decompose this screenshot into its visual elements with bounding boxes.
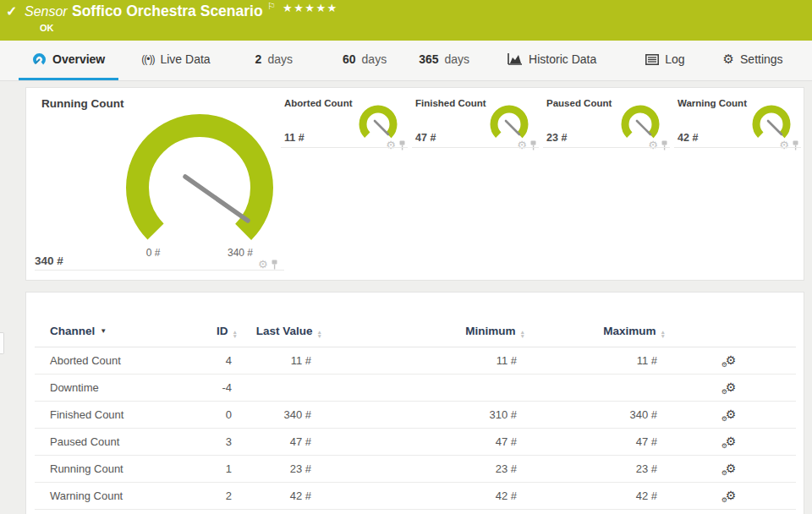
- gauge-tile-warning-count[interactable]: Warning Count 42 # ⚙: [678, 88, 801, 147]
- table-row[interactable]: Aborted Count 4 11 # 11 # 11 # ⚙⚙: [35, 347, 796, 374]
- tab-2-days-number: 2: [255, 52, 262, 66]
- gauge-value: 47 #: [415, 132, 436, 144]
- tab-60-days-number: 60: [343, 52, 356, 66]
- gauge-scale-min: 0 #: [134, 247, 172, 259]
- column-header-maximum[interactable]: Maximum▲▼: [525, 316, 666, 347]
- minimum-cell: 310 #: [322, 401, 525, 428]
- minimum-cell: 42 #: [322, 482, 525, 509]
- tab-365-days-unit: days: [445, 52, 470, 66]
- gauge-value: 340 #: [35, 254, 63, 267]
- tab-historic-data[interactable]: Historic Data: [506, 41, 598, 80]
- column-header-id-label: ID: [217, 325, 228, 337]
- maximum-cell: 23 #: [525, 455, 666, 482]
- log-list-icon: [645, 54, 659, 65]
- last-value-cell: 340 #: [238, 401, 322, 428]
- column-header-id[interactable]: ID▲▼: [204, 316, 238, 347]
- live-data-icon: ((•)): [141, 53, 154, 65]
- tile-divider: [281, 147, 408, 148]
- channel-id-cell: 3: [204, 428, 238, 455]
- column-header-channel[interactable]: Channel▼: [35, 316, 204, 347]
- column-header-channel-label: Channel: [50, 325, 95, 337]
- tab-overview-label: Overview: [52, 52, 105, 66]
- tile-divider: [674, 147, 801, 148]
- minimum-cell: 23 #: [322, 455, 525, 482]
- tab-2-days[interactable]: 2 days: [254, 41, 294, 80]
- channel-settings-gears-icon[interactable]: ⚙⚙: [726, 435, 737, 448]
- gauge-pin-icon[interactable]: [661, 140, 668, 150]
- channel-settings-gears-icon[interactable]: ⚙⚙: [726, 489, 737, 502]
- gauge-settings-gear-icon[interactable]: ⚙: [779, 139, 789, 150]
- gauge-settings-gear-icon[interactable]: ⚙: [258, 259, 268, 270]
- table-row[interactable]: Downtime -4 ⚙⚙: [35, 374, 796, 401]
- tab-log[interactable]: Log: [644, 41, 686, 80]
- gauge-title: Paused Count: [546, 98, 612, 108]
- minimum-cell: 11 #: [322, 347, 525, 374]
- table-row[interactable]: Running Count 1 23 # 23 # 23 # ⚙⚙: [35, 455, 796, 482]
- channel-settings-gears-icon[interactable]: ⚙⚙: [726, 462, 737, 475]
- gauge-value: 42 #: [678, 132, 698, 144]
- table-row[interactable]: Finished Count 0 340 # 310 # 340 # ⚙⚙: [35, 401, 796, 428]
- channel-name-cell: Downtime: [35, 374, 204, 401]
- gauge-title: Aborted Count: [284, 98, 352, 108]
- gauge-pin-icon[interactable]: [398, 140, 406, 150]
- channel-id-cell: 0: [204, 401, 238, 428]
- tile-divider: [35, 270, 284, 271]
- tile-divider: [543, 147, 670, 148]
- sensor-status-text: OK: [40, 23, 54, 33]
- gauge-settings-gear-icon[interactable]: ⚙: [386, 139, 396, 150]
- flag-icon[interactable]: ⚐: [267, 1, 276, 12]
- table-row[interactable]: Warning Count 2 42 # 42 # 42 # ⚙⚙: [35, 482, 796, 509]
- gauge-title: Running Count: [41, 97, 123, 110]
- tab-2-days-unit: days: [267, 52, 293, 66]
- maximum-cell: [525, 374, 666, 401]
- column-header-last-value-label: Last Value: [256, 325, 313, 337]
- channel-settings-gears-icon[interactable]: ⚙⚙: [726, 354, 737, 367]
- channel-settings-gears-icon[interactable]: ⚙⚙: [726, 381, 737, 394]
- gauge-settings-gear-icon[interactable]: ⚙: [648, 139, 658, 150]
- tab-365-days[interactable]: 365 days: [417, 41, 471, 80]
- gauge-settings-gear-icon[interactable]: ⚙: [517, 139, 527, 150]
- tab-bar: Overview ((•)) Live Data 2 days 60 days …: [0, 41, 812, 81]
- tab-60-days[interactable]: 60 days: [341, 41, 388, 80]
- table-header-row: Channel▼ ID▲▼ Last Value▲▼ Minimum▲▼ Max…: [35, 316, 796, 347]
- channel-id-cell: 1: [204, 455, 238, 482]
- gauge-tile-paused-count[interactable]: Paused Count 23 # ⚙: [546, 88, 670, 147]
- channel-name-cell: Paused Count: [35, 428, 204, 455]
- tab-historic-data-label: Historic Data: [529, 52, 596, 66]
- maximum-cell: 42 #: [525, 482, 666, 509]
- minimum-cell: 47 #: [322, 428, 525, 455]
- gauge-tile-aborted-count[interactable]: Aborted Count 11 # ⚙: [284, 88, 408, 147]
- area-chart-icon: [508, 53, 523, 65]
- tab-live-data[interactable]: ((•)) Live Data: [140, 41, 211, 80]
- column-header-maximum-label: Maximum: [603, 325, 656, 337]
- object-kind-label: Sensor: [25, 4, 68, 19]
- gauge-tile-finished-count[interactable]: Finished Count 47 # ⚙: [415, 88, 539, 147]
- priority-stars[interactable]: ★★★★★: [283, 2, 338, 14]
- last-value-cell: 11 #: [238, 347, 322, 374]
- running-count-gauge: [126, 114, 273, 261]
- tab-overview[interactable]: Overview: [19, 41, 118, 80]
- column-header-minimum[interactable]: Minimum▲▼: [322, 316, 525, 347]
- minimum-cell: [322, 374, 525, 401]
- sensor-title: Soffico Orchestra Scenario: [72, 3, 263, 20]
- side-flyout-tab[interactable]: [0, 332, 4, 354]
- last-value-cell: [238, 374, 322, 401]
- tab-60-days-unit: days: [362, 52, 387, 66]
- channel-settings-gears-icon[interactable]: ⚙⚙: [726, 408, 737, 421]
- gauge-pin-icon[interactable]: [792, 140, 799, 150]
- sort-icon: ▲▼: [661, 330, 666, 338]
- sort-icon: ▲▼: [520, 330, 525, 338]
- gauge-icon: [32, 52, 47, 67]
- sort-icon: ▲▼: [317, 330, 322, 338]
- gauge-pin-icon[interactable]: [271, 260, 278, 270]
- table-row[interactable]: Paused Count 3 47 # 47 # 47 # ⚙⚙: [35, 428, 796, 455]
- gauge-title: Warning Count: [678, 98, 747, 108]
- gauge-pin-icon[interactable]: [529, 140, 537, 150]
- tile-divider: [412, 147, 539, 148]
- tab-settings[interactable]: ⚙ Settings: [721, 41, 785, 80]
- channel-name-cell: Warning Count: [35, 482, 204, 509]
- gauge-title: Finished Count: [415, 98, 486, 108]
- maximum-cell: 47 #: [525, 428, 666, 455]
- column-header-last-value[interactable]: Last Value▲▼: [238, 316, 322, 347]
- last-value-cell: 42 #: [238, 482, 322, 509]
